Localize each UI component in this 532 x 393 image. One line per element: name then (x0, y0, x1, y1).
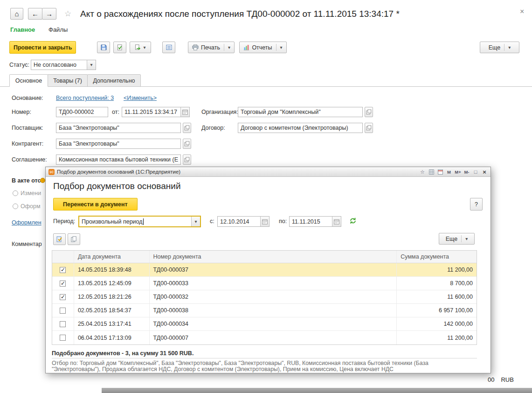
window-close-button[interactable]: × (520, 7, 524, 16)
calendar-button[interactable] (332, 217, 341, 226)
organization-open-button[interactable] (365, 107, 373, 117)
tab-goods[interactable]: Товары (7) (48, 74, 88, 87)
forward-arrow-icon: → (46, 10, 53, 18)
nav-tab-main[interactable]: Главное (10, 26, 35, 33)
dialog-star-icon[interactable]: ☆ (419, 168, 426, 175)
dialog-title: Подбор документов оснований (1С:Предприя… (57, 169, 417, 175)
table-row[interactable]: 02.05.2015 18:54:37 ТД00-000038 6 957 10… (52, 304, 477, 317)
check-all-button[interactable] (53, 233, 66, 245)
period-select[interactable]: Произвольный период ▾ (78, 216, 201, 227)
tab-main[interactable]: Основное (9, 74, 48, 87)
amount-column-header[interactable]: Сумма документа (397, 251, 477, 263)
organization-field[interactable]: Торговый дом "Комплексный" (238, 107, 363, 117)
save-button[interactable] (97, 42, 110, 53)
basis-link[interactable]: Всего поступлений: 3 (56, 95, 114, 101)
table-row[interactable]: 13.05.2015 12:45:09 ТД00-000033 8 700,00 (52, 277, 477, 290)
more-label: Еще (489, 44, 500, 51)
reports-button[interactable]: Отчеты ▾ (239, 42, 287, 53)
table-row[interactable]: 25.04.2015 13:17:41 ТД00-000034 142 000,… (52, 317, 477, 331)
agreement-open-button[interactable] (183, 154, 191, 165)
chevron-down-icon: ▾ (143, 45, 145, 50)
issued-acts-link[interactable]: Оформлен (12, 219, 41, 226)
refresh-button[interactable] (349, 217, 357, 225)
contract-field[interactable]: Договор с комитентом (Электротовары) (238, 123, 363, 133)
basis-change-link[interactable]: <Изменить> (124, 95, 157, 101)
contract-open-button[interactable] (365, 123, 373, 133)
home-button[interactable]: ⌂ (10, 8, 23, 20)
counterparty-field[interactable]: База "Электротовары" (56, 139, 181, 149)
contract-value: Договор с комитентом (Электротовары) (238, 125, 362, 131)
calendar-button[interactable] (180, 107, 189, 117)
period-from-field[interactable]: 12.10.2014 (217, 216, 269, 227)
nav-tab-files[interactable]: Файлы (48, 26, 68, 33)
print-button[interactable]: Печать ▾ (188, 42, 235, 53)
status-dropdown-button[interactable]: ▾ (87, 60, 96, 70)
number-value: ТД00-000002 (56, 109, 108, 115)
more-button[interactable]: Еще ▾ (480, 42, 519, 53)
organization-label: Организация: (201, 109, 238, 115)
post-document-button[interactable] (113, 42, 126, 53)
period-dropdown-button[interactable]: ▾ (191, 217, 200, 226)
status-select[interactable]: Не согласовано ▾ (31, 60, 96, 70)
row-checkbox[interactable] (60, 335, 66, 341)
radio-option-1[interactable] (13, 190, 18, 196)
date-value: 11.11.2015 13:34:17 (122, 109, 180, 115)
agreement-field[interactable]: Комиссионная поставка бытовой техники (Е (56, 154, 181, 165)
date-column-header[interactable]: Дата документа (74, 251, 150, 263)
dialog-heading: Подбор документов оснований (53, 181, 181, 191)
doc-amount-cell: 8 700,00 (397, 277, 477, 290)
warning-dot-icon (40, 178, 45, 183)
calendar-button[interactable] (260, 217, 269, 226)
supplier-open-button[interactable] (183, 123, 191, 133)
period-to-label: по: (279, 218, 287, 225)
table-row[interactable]: 12.05.2015 18:21:26 ТД00-000032 11 600,0… (52, 290, 477, 304)
period-to-field[interactable]: 11.11.2015 (289, 216, 341, 227)
period-label: Период: (53, 218, 75, 225)
divider (224, 44, 224, 51)
tab-additional[interactable]: Дополнительно (87, 74, 141, 87)
counterparty-open-button[interactable] (183, 139, 191, 149)
favorite-star-icon[interactable]: ☆ (64, 9, 71, 19)
period-from-value: 12.10.2014 (218, 218, 260, 225)
structure-report-button[interactable] (162, 42, 175, 53)
doc-number-cell: ТД00-000037 (150, 263, 397, 276)
back-arrow-icon: ← (32, 10, 39, 18)
divider (461, 235, 462, 242)
row-checkbox[interactable] (60, 321, 66, 327)
grid-icon[interactable] (428, 168, 435, 175)
m-button[interactable]: M (446, 168, 452, 175)
number-field[interactable]: ТД00-000002 (56, 107, 108, 117)
table-header-row: Дата документа Номер документа Сумма док… (52, 251, 477, 263)
table-row[interactable]: 14.05.2015 18:39:48 ТД00-000037 11 200,0… (52, 263, 477, 277)
row-checkbox[interactable] (60, 267, 66, 273)
row-checkbox[interactable] (60, 281, 66, 287)
transfer-to-document-button[interactable]: Перенести в документ (53, 198, 138, 211)
supplier-field[interactable]: База "Электротовары" (56, 123, 181, 133)
total-fragment: 00 (488, 376, 494, 383)
doc-amount-cell: 11 200,00 (397, 263, 477, 276)
uncheck-all-button[interactable] (68, 233, 80, 245)
dialog-more-button[interactable]: Еще ▾ (439, 233, 475, 245)
help-button[interactable]: ? (470, 198, 483, 211)
dialog-titlebar[interactable]: 1С Подбор документов оснований (1С:Предп… (46, 167, 491, 177)
row-checkbox[interactable] (60, 308, 66, 314)
row-checkbox[interactable] (60, 294, 66, 300)
m-plus-button[interactable]: M+ (455, 168, 461, 175)
forward-button[interactable]: → (42, 8, 56, 20)
date-field[interactable]: 11.11.2015 13:34:17 (122, 107, 190, 117)
table-row[interactable]: 06.04.2015 17:13:09 ТД00-000007 11 200,0… (52, 331, 477, 344)
number-column-header[interactable]: Номер документа (150, 251, 397, 263)
post-and-close-button[interactable]: Провести и закрыть (9, 41, 76, 54)
calendar-31-icon[interactable] (437, 168, 443, 175)
create-based-on-button[interactable]: ▾ (130, 42, 151, 53)
counterparty-value: База "Электротовары" (56, 140, 180, 147)
divider (276, 44, 276, 51)
dialog-close-button[interactable]: × (481, 168, 488, 175)
calendar-icon (262, 219, 268, 225)
dialog-maximize-button[interactable]: □ (472, 168, 479, 175)
back-button[interactable]: ← (28, 8, 42, 20)
radio-option-2[interactable] (13, 204, 18, 209)
open-icon (184, 157, 190, 162)
m-minus-button[interactable]: M- (463, 168, 470, 175)
currency-label: RUB (501, 376, 513, 383)
